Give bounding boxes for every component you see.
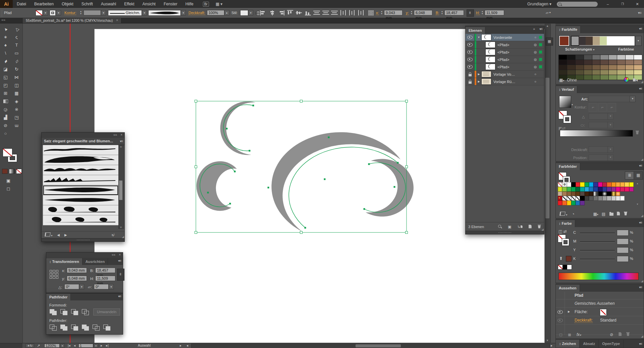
color-themes-icon[interactable]: ◔ bbox=[572, 212, 574, 216]
edit-colors-icon[interactable] bbox=[624, 77, 629, 83]
save-to-swatches-icon[interactable]: ◂ bbox=[633, 78, 638, 82]
new-sublayer-icon[interactable]: ↳ bbox=[518, 225, 523, 229]
layers-panel-menu-icon[interactable]: ▾≡ bbox=[539, 27, 542, 31]
previous-library-icon[interactable]: ◀ bbox=[57, 233, 60, 237]
shade-swatch-0-6[interactable] bbox=[609, 55, 617, 60]
swatch-e9e9e9[interactable] bbox=[616, 196, 620, 201]
zoom-level-field[interactable]: 1200% bbox=[44, 344, 60, 348]
x-stepper[interactable]: ▲▼ bbox=[380, 10, 383, 15]
swatch-92278f[interactable] bbox=[611, 187, 616, 192]
swatch-8c6239[interactable] bbox=[567, 192, 571, 196]
aussehen-resize-grip[interactable]: ◢ bbox=[641, 335, 643, 338]
controlbar-grip[interactable] bbox=[1, 10, 2, 16]
shade-swatch-0-4[interactable] bbox=[592, 55, 600, 60]
gradient-angle-dropdown-icon[interactable]: ▾ bbox=[607, 113, 613, 120]
tool-skalieren[interactable]: ◱ bbox=[0, 73, 11, 81]
brush-panel-header[interactable]: «« × bbox=[42, 133, 124, 138]
target-indicator-selected-icon[interactable]: ◎ bbox=[532, 65, 538, 69]
stroke-swatch[interactable] bbox=[50, 10, 56, 16]
duplicate-item-icon[interactable] bbox=[619, 332, 622, 337]
fill-swatch[interactable] bbox=[36, 10, 43, 16]
swatch-ffcb05[interactable] bbox=[567, 201, 571, 205]
tab-farbhilfe[interactable]: ↕ Farbhilfe bbox=[556, 26, 581, 33]
swatch-00a651[interactable] bbox=[585, 182, 589, 187]
aspect-ratio-select[interactable] bbox=[589, 122, 608, 128]
opacity-row-link[interactable]: Deckkraft: bbox=[575, 318, 593, 323]
swatch-gradient-linear[interactable] bbox=[593, 192, 598, 196]
swatch-662d91[interactable] bbox=[607, 187, 611, 192]
aspect-ratio-dropdown-icon[interactable]: ▾ bbox=[607, 122, 613, 128]
shade-swatch-1-4[interactable] bbox=[592, 60, 600, 65]
layer-row-1[interactable]: <Pfad>◎ bbox=[466, 41, 544, 49]
tool-verlauf[interactable] bbox=[0, 97, 11, 105]
search-input[interactable] bbox=[557, 2, 598, 7]
tool-lasso[interactable]: ς bbox=[11, 33, 22, 41]
shade-swatch-2-9[interactable] bbox=[634, 65, 642, 70]
swatch-000000[interactable] bbox=[598, 192, 602, 196]
verlauf-stroke-proxy[interactable] bbox=[563, 115, 571, 123]
layer-row-6[interactable]: ▶Vorlage Rü…○ bbox=[466, 78, 544, 85]
pathfinder-panel-menu-icon[interactable]: ▾≡ bbox=[118, 294, 121, 298]
shape-mode-icon-0[interactable] bbox=[49, 308, 57, 315]
layer-row-2[interactable]: <Pfad>◎ bbox=[466, 49, 544, 56]
appearance-row-fill[interactable]: ▶ Fläche: bbox=[556, 308, 644, 316]
delete-item-icon[interactable] bbox=[626, 332, 630, 337]
menu-schrift[interactable]: Schrift bbox=[77, 0, 97, 8]
constrain-proportions-icon[interactable]: ∞ bbox=[467, 9, 474, 17]
eye-icon[interactable] bbox=[466, 56, 475, 63]
pathfinder-icon-3[interactable] bbox=[82, 324, 90, 331]
shade-swatch-3-5[interactable] bbox=[600, 70, 608, 75]
menu-hilfe[interactable]: Hilfe bbox=[181, 0, 198, 8]
hscroll-left-icon[interactable]: ◂ bbox=[186, 343, 188, 348]
harmony-swatch-0[interactable] bbox=[572, 37, 579, 45]
umwandeln-button[interactable]: Umwandeln bbox=[93, 308, 120, 316]
new-color-group-icon[interactable] bbox=[609, 212, 613, 217]
swatch-000000[interactable] bbox=[607, 192, 611, 196]
align-icon-8[interactable] bbox=[331, 10, 338, 16]
swatch-f26522[interactable] bbox=[562, 201, 567, 205]
pathfinder-icon-5[interactable] bbox=[103, 324, 111, 331]
swatch-39b54a[interactable] bbox=[567, 187, 571, 192]
workspace-switcher[interactable]: Grundlagen ▾ bbox=[527, 2, 551, 6]
layer-thumbnail[interactable] bbox=[485, 42, 495, 48]
swatch-d9e021[interactable] bbox=[558, 187, 562, 192]
y-stepper[interactable]: ▲▼ bbox=[410, 10, 413, 15]
brush-scroll-down-icon[interactable]: ▼ bbox=[120, 226, 122, 228]
expand-triangle-icon[interactable]: ▶ bbox=[476, 73, 481, 76]
channel-slider-c[interactable] bbox=[580, 232, 615, 234]
tab-verlauf[interactable]: ↕ Verlauf bbox=[556, 86, 577, 93]
delete-layer-icon[interactable] bbox=[538, 225, 541, 229]
fill-visibility-icon[interactable] bbox=[556, 308, 565, 316]
hscroll-right-icon[interactable]: ▸ bbox=[551, 343, 552, 348]
brush-panel-menu-icon[interactable]: ▾≡ bbox=[120, 139, 123, 143]
target-indicator-icon[interactable]: ○ bbox=[532, 80, 538, 83]
opacity-visibility-icon[interactable] bbox=[556, 316, 565, 324]
stroke-profile-select[interactable]: Gleichm. bbox=[108, 10, 142, 16]
aussehen-panel-menu-icon[interactable]: ▾≡ bbox=[639, 285, 642, 289]
layer-thumbnail[interactable] bbox=[481, 34, 491, 41]
target-indicator-selected-icon[interactable]: ◎ bbox=[532, 58, 538, 61]
tab-pathfinder[interactable]: Pathfinder bbox=[46, 294, 71, 300]
collapsed-dock-icon[interactable]: ▦ bbox=[546, 38, 553, 46]
swatch-none[interactable] bbox=[558, 182, 562, 187]
tab-aussehen[interactable]: Aussehen bbox=[556, 285, 580, 292]
bridge-button[interactable]: Br bbox=[203, 2, 209, 7]
fill-stroke-proxy[interactable] bbox=[3, 148, 19, 164]
swatch-fbb040[interactable] bbox=[620, 182, 625, 187]
last-artboard-icon[interactable]: ▸| bbox=[106, 343, 109, 348]
target-indicator-icon[interactable]: ○ bbox=[532, 72, 538, 76]
gradient-thumbnail[interactable] bbox=[559, 96, 571, 108]
last-color-arrow-icon[interactable]: ⬆ bbox=[559, 256, 563, 261]
shade-swatch-0-0[interactable] bbox=[559, 55, 567, 60]
transform-panel-header[interactable]: «« × bbox=[46, 253, 123, 258]
swatch-pattern-hatch[interactable] bbox=[562, 196, 567, 201]
width-link[interactable]: B: bbox=[436, 11, 439, 15]
swatch-pattern-hatch[interactable] bbox=[576, 196, 580, 201]
tool-hand[interactable]: ɯ bbox=[11, 121, 22, 129]
gradient-type-select[interactable] bbox=[589, 96, 630, 102]
appearance-row-opacity[interactable]: Deckkraft: Standard bbox=[556, 316, 644, 325]
swatch-754c29[interactable] bbox=[571, 192, 576, 196]
shade-swatch-0-9[interactable] bbox=[634, 55, 642, 60]
vertical-scrollbar[interactable]: ▲ ▼ bbox=[545, 24, 551, 343]
target-indicator-selected-icon[interactable]: ◎ bbox=[532, 50, 538, 54]
